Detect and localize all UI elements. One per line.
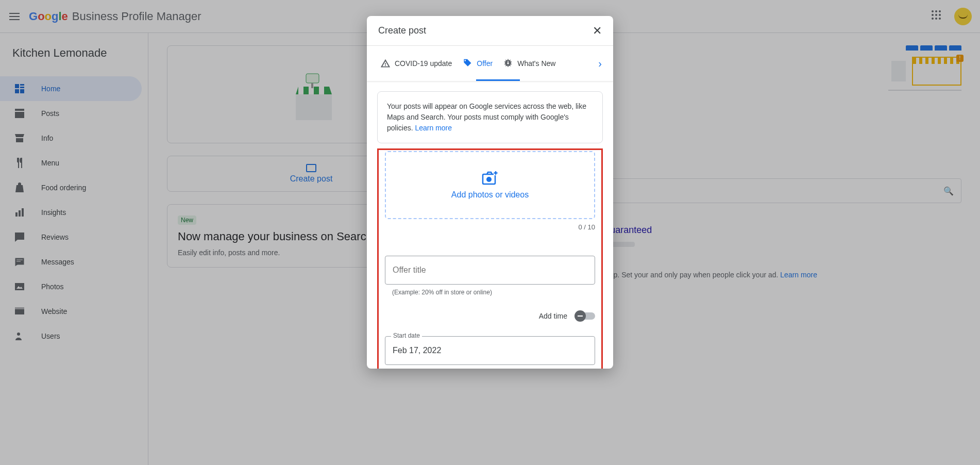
upload-label: Add photos or videos [451, 190, 529, 200]
add-time-label: Add time [539, 312, 567, 320]
photo-counter: 0 / 10 [385, 223, 595, 231]
svg-rect-19 [385, 63, 386, 64]
modal-body[interactable]: Your posts will appear on Google service… [367, 81, 613, 369]
tab-label: Offer [477, 59, 493, 68]
highlighted-region: Add photos or videos 0 / 10 (Example: 20… [377, 148, 603, 369]
upload-zone[interactable]: Add photos or videos [385, 151, 595, 219]
close-icon[interactable]: ✕ [593, 24, 602, 38]
active-tab-indicator [476, 79, 520, 81]
add-time-row: Add time [385, 310, 595, 322]
modal-title: Create post [378, 25, 426, 36]
modal-header: Create post ✕ [367, 16, 613, 46]
info-learn-more-link[interactable]: Learn more [415, 124, 452, 132]
burst-icon [503, 58, 513, 69]
camera-plus-icon [482, 171, 498, 185]
tabs-next-button[interactable]: › [595, 58, 605, 70]
tag-icon [462, 58, 472, 69]
offer-title-input[interactable] [385, 256, 595, 285]
tab-label: COVID-19 update [395, 59, 452, 68]
svg-point-24 [486, 177, 492, 182]
tab-covid[interactable]: COVID-19 update [375, 46, 457, 81]
add-time-toggle[interactable] [575, 310, 595, 322]
warning-icon [380, 58, 391, 69]
create-post-modal: Create post ✕ COVID-19 update Offer What… [367, 16, 613, 369]
svg-rect-22 [508, 61, 509, 63]
tab-label: What's New [517, 59, 555, 68]
info-card: Your posts will appear on Google service… [377, 91, 603, 143]
start-date-label: Start date [391, 332, 422, 339]
tab-offer[interactable]: Offer [457, 46, 498, 81]
modal-tabs: COVID-19 update Offer What's New › [367, 46, 613, 81]
svg-point-21 [508, 62, 509, 64]
svg-rect-20 [385, 65, 386, 66]
offer-title-example: (Example: 20% off in store or online) [385, 289, 595, 296]
start-date-input[interactable] [385, 336, 595, 365]
tab-whats-new[interactable]: What's New [498, 46, 561, 81]
